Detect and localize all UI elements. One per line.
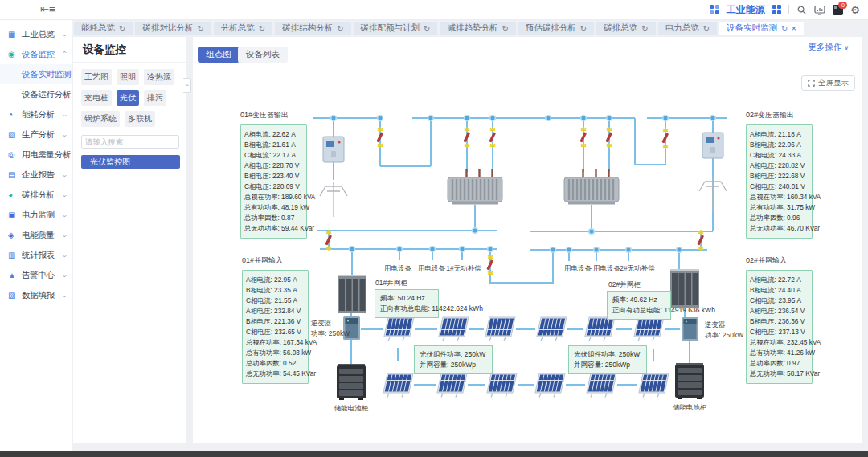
search-input[interactable]	[81, 135, 179, 149]
sidebar-item-统计报表[interactable]: ▥统计报表⌄	[0, 245, 72, 265]
settings-gear-icon[interactable]: ⚙	[850, 5, 860, 15]
power-quality-icon: ◈	[8, 231, 18, 239]
monitor-panel-01#并网输入: 01#并网输入A相电流22.95 AB相电流23.35 AC相电流21.55 A…	[242, 255, 309, 384]
filter-button-多联机[interactable]: 多联机	[125, 111, 155, 127]
panel-title: 01#并网输入	[242, 255, 309, 266]
metric-label: 总有功功率	[246, 349, 283, 357]
tab-预估碳排分析[interactable]: 预估碳排分析↻	[518, 22, 594, 35]
metric-row: B相电流21.61 A	[244, 140, 306, 150]
sidebar-item-碳排分析[interactable]: ◕碳排分析⌄	[0, 185, 72, 205]
tab-能耗总览[interactable]: 能耗总览↻	[74, 22, 133, 35]
device-filter-group: 工艺图照明冷热源充电桩光伏排污锅炉系统多联机	[72, 63, 186, 130]
metric-label: B相电压	[750, 317, 778, 325]
refresh-icon[interactable]: ↻	[197, 24, 203, 33]
sidebar-item-工业总览[interactable]: ▦工业总览⌄	[0, 24, 72, 44]
sidebar-subitem-设备实时监测[interactable]: 设备实时监测	[0, 64, 72, 84]
sidebar-item-label: 告警中心	[22, 270, 55, 281]
filter-button-工艺图[interactable]: 工艺图	[81, 69, 112, 85]
device-list-item-pv-monitor[interactable]: 光伏监控图	[81, 155, 180, 169]
panel-body: A相电流21.18 AB相电流22.06 AC相电流24.33 AA相电压228…	[746, 124, 813, 239]
metering-cabinet-icon	[702, 133, 723, 158]
chevron-down-icon: ⌄	[61, 31, 68, 38]
solar-panel-icon	[639, 373, 669, 398]
demand-icon: ◎	[8, 151, 18, 159]
filter-button-排污[interactable]: 排污	[144, 90, 166, 106]
tab-碳排配额与计划[interactable]: 碳排配额与计划↻	[354, 22, 438, 35]
filter-button-光伏[interactable]: 光伏	[117, 90, 139, 106]
sidebar-item-电力监测[interactable]: ▣电力监测⌄	[0, 205, 72, 225]
sidebar-item-能耗分析[interactable]: ◔能耗分析⌄	[0, 104, 72, 124]
battery-cabinet-02-icon	[675, 363, 704, 399]
chevron-down-icon: ⌄	[61, 231, 68, 239]
sidebar-item-设备监控[interactable]: ◉设备监控⌃	[0, 44, 72, 64]
sidebar-item-生产分析[interactable]: ▧生产分析⌄	[0, 124, 72, 145]
metric-label: 总有功功率	[244, 203, 281, 211]
metric-label: A相电流	[750, 275, 778, 284]
refresh-icon[interactable]: ↻	[641, 24, 648, 33]
refresh-icon[interactable]: ↻	[259, 24, 265, 33]
sidebar-item-label: 生产分析	[22, 129, 55, 141]
refresh-icon[interactable]: ↻	[781, 24, 788, 33]
monitor-panel-02#并网输入: 02#并网输入A相电流22.72 AB相电流24.40 AC相电流23.95 A…	[746, 255, 813, 384]
sidebar-item-用电需量分析[interactable]: ◎用电需量分析	[0, 145, 72, 165]
refresh-icon[interactable]: ↻	[580, 24, 587, 33]
refresh-icon[interactable]: ↻	[119, 24, 125, 33]
metering-cabinet-icon	[323, 137, 344, 162]
close-icon[interactable]: ×	[791, 23, 796, 33]
solar-panel-icon	[437, 373, 467, 398]
grid-icon: ▦	[8, 31, 18, 39]
tab-碳排结构分析[interactable]: 碳排结构分析↻	[275, 22, 350, 35]
alarm-icon: ▲	[8, 271, 18, 280]
solar-panel-icon	[587, 373, 616, 398]
refresh-icon[interactable]: ↻	[424, 24, 430, 33]
metric-value: 24.33 A	[779, 151, 802, 159]
chevron-down-icon: ⌄	[61, 211, 68, 218]
sidebar-item-label: 企业报告	[22, 169, 55, 181]
monitor-icon[interactable]	[814, 5, 825, 15]
panel-body: A相电流22.72 AB相电流24.40 AC相电流23.95 AA相电压236…	[746, 270, 813, 384]
tab-分析总览[interactable]: 分析总览↻	[214, 22, 272, 35]
refresh-icon[interactable]: ↻	[337, 24, 343, 33]
chevron-down-icon: ⌄	[61, 171, 68, 178]
filter-button-冷热源[interactable]: 冷热源	[144, 69, 174, 85]
sidebar-item-数据填报[interactable]: ▨数据填报⌄	[0, 285, 72, 305]
metric-row: B相电压223.40 V	[244, 171, 306, 182]
metric-value: 58.17 KVar	[787, 369, 820, 377]
solar-panel-icon	[439, 317, 469, 341]
metric-row: C相电压240.01 V	[750, 182, 812, 192]
chevron-down-icon: ⌄	[61, 292, 68, 299]
inverter-02-icon	[682, 317, 698, 341]
panel-collapse-handle[interactable]: ≡	[183, 78, 191, 93]
metric-row: 总无功功率58.17 KVar	[750, 369, 812, 379]
tab-设备实时监测[interactable]: 设备实时监测↻×	[719, 22, 804, 35]
tab-电力总览[interactable]: 电力总览↻	[658, 22, 717, 35]
solar-panel-icon	[487, 373, 517, 398]
sidebar-item-告警中心[interactable]: ▲告警中心⌄	[0, 265, 72, 285]
refresh-icon[interactable]: ↻	[502, 24, 508, 33]
metric-value: 0.96	[787, 214, 800, 222]
sidebar-collapse-icon[interactable]: ⇤≡	[40, 3, 55, 15]
sidebar-item-label: 用电需量分析	[22, 149, 71, 161]
apps-switcher-icon[interactable]	[772, 5, 782, 14]
filter-button-锅炉系统[interactable]: 锅炉系统	[81, 111, 120, 127]
breaker-switch-icon	[489, 127, 496, 148]
tab-减排趋势分析[interactable]: 减排趋势分析↻	[440, 22, 515, 35]
logo-grid-icon	[710, 5, 719, 14]
filter-button-充电桩[interactable]: 充电桩	[81, 90, 112, 106]
metric-value: 22.06 A	[778, 141, 801, 149]
user-avatar[interactable]: 0	[833, 5, 843, 15]
sidebar-subitem-设备运行分析[interactable]: 设备运行分析	[0, 84, 72, 104]
breaker-switch-icon	[325, 230, 332, 251]
tab-碳排总览[interactable]: 碳排总览↻	[596, 22, 655, 35]
metric-value: 167.34 kVA	[283, 338, 317, 346]
metric-label: C相电流	[750, 151, 779, 159]
panel-title: 01#变压器输出	[240, 110, 307, 120]
tab-碳排对比分析[interactable]: 碳排对比分析↻	[135, 22, 211, 35]
sidebar-item-企业报告[interactable]: ▤企业报告⌄	[0, 165, 72, 185]
metric-label: A相电压	[750, 161, 778, 169]
refresh-icon[interactable]: ↻	[703, 24, 710, 33]
sidebar-item-电能质量[interactable]: ◈电能质量⌄	[0, 225, 72, 245]
metric-row: A相电压236.54 V	[750, 306, 812, 316]
filter-button-照明[interactable]: 照明	[117, 69, 139, 85]
search-icon[interactable]	[796, 5, 807, 15]
